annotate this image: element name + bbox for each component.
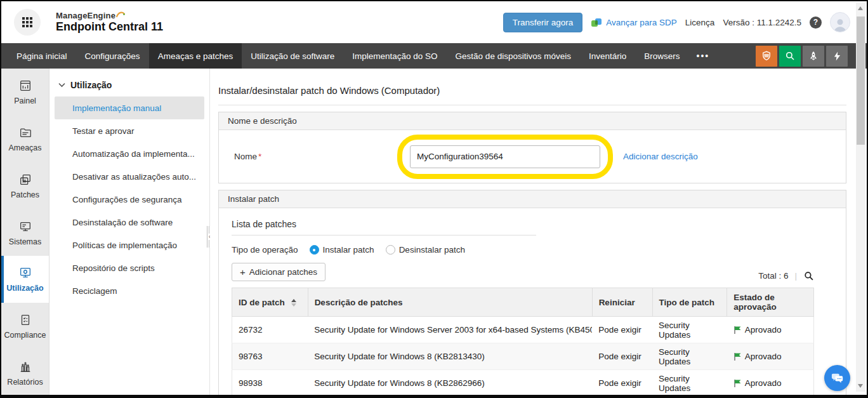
sidebar-item-relatorios[interactable]: Relatórios [1, 350, 49, 397]
operation-type-row: Tipo de operação Instalar patch Desinsta… [232, 245, 833, 255]
nav-tab-gestao-de-dispositivos-moveis[interactable]: Gestão de dispositivos móveis [447, 43, 580, 69]
configuration-name-input[interactable] [410, 145, 600, 168]
person-icon [832, 17, 848, 32]
security-shield-button[interactable] [756, 46, 777, 67]
submenu-item-automatizacao[interactable]: Automatização da implementa... [55, 142, 204, 165]
nav-tab-configuracoes[interactable]: Configurações [76, 43, 149, 69]
compliance-checklist-icon [18, 313, 32, 327]
approved-flag-icon [733, 326, 742, 335]
scrollbar-up-arrow[interactable] [858, 6, 863, 10]
cell-patch-type: Security Updates [652, 317, 727, 343]
header-actions: Transferir agora Avançar para SDP Licenç… [503, 12, 850, 32]
sidebar-item-painel[interactable]: Painel [1, 69, 49, 116]
brand-logo[interactable]: ManageEngine Endpoint Central 11 [56, 11, 163, 34]
license-link[interactable]: Licença [685, 18, 715, 27]
product-name: Endpoint Central 11 [56, 20, 163, 34]
submenu-header[interactable]: Utilização [49, 80, 209, 96]
submenu-item-desativar-atualizacoes[interactable]: Desativar as atualizações auto... [55, 165, 204, 188]
search-icon [784, 50, 796, 62]
nav-tab-ameacas-e-patches[interactable]: Ameaças e patches [149, 43, 242, 69]
table-search-icon[interactable] [803, 270, 814, 281]
global-search-button[interactable] [779, 46, 801, 67]
grid-icon [22, 17, 33, 28]
operation-type-label: Tipo de operação [232, 245, 298, 255]
total-count-label: Total : 6 [758, 271, 788, 281]
table-total-row: Total : 6 | [758, 270, 814, 281]
col-header-reboot[interactable]: Reiniciar [592, 288, 652, 317]
patch-list-tab[interactable]: Lista de patches [232, 219, 296, 235]
sdp-logo-icon [591, 17, 602, 28]
patch-list-tab-row: Lista de patches [232, 218, 536, 235]
submenu-item-configuracoes-seguranca[interactable]: Configurações de segurança [55, 188, 204, 211]
cell-reboot: Pode exigir [592, 370, 652, 397]
table-row[interactable]: 26732 Security Update for Windows Server… [232, 317, 814, 343]
whats-new-button[interactable] [803, 46, 824, 67]
submenu-item-politicas-implementacao[interactable]: Políticas de implementação [55, 234, 204, 256]
add-patches-row: + Adicionar patches Total : 6 | [232, 263, 814, 281]
scrollbar-thumb[interactable] [857, 17, 865, 145]
title-divider [218, 105, 846, 105]
reports-bars-icon [18, 360, 32, 374]
threats-folder-icon [18, 126, 32, 140]
app-launcher-button[interactable] [14, 9, 41, 36]
user-avatar[interactable] [830, 12, 850, 32]
name-description-panel: Nome e descrição Nome* Adicionar descriç… [218, 112, 846, 183]
nav-action-icons [756, 43, 867, 69]
cell-approval-status: Aprovado [727, 343, 814, 370]
page-scrollbar[interactable] [856, 3, 865, 392]
col-header-approval-status[interactable]: Estado de aprovação [727, 288, 814, 317]
install-patch-panel-header: Instalar patch [219, 190, 846, 208]
radio-uninstall-patch[interactable]: Desinstalar patch [386, 245, 465, 255]
table-row[interactable]: 98763 Security Update for Windows 8 (KB2… [232, 343, 814, 370]
submenu-item-implementacao-manual[interactable]: Implementação manual [55, 96, 204, 119]
chat-bubbles-icon [831, 372, 845, 385]
required-asterisk: * [258, 152, 261, 161]
go-to-sdp-link[interactable]: Avançar para SDP [606, 18, 677, 27]
chevron-down-icon [58, 83, 65, 88]
nav-more-button[interactable]: ••• [689, 43, 718, 69]
col-header-patch-type[interactable]: Tipo de patch [652, 288, 727, 317]
cell-patch-id: 98763 [232, 343, 308, 370]
cell-patch-id: 26732 [232, 317, 308, 343]
transfer-now-button[interactable]: Transferir agora [503, 13, 583, 32]
cell-patch-type: Security Updates [652, 370, 727, 397]
approved-flag-icon [733, 352, 742, 361]
sort-icon[interactable] [291, 299, 296, 307]
radio-selected-icon [310, 245, 319, 255]
plus-icon: + [240, 267, 246, 277]
nav-tab-utilizacao-de-software[interactable]: Utilização de software [242, 43, 343, 69]
live-chat-button[interactable] [824, 365, 850, 391]
scrollbar-down-arrow[interactable] [858, 384, 863, 388]
page-title: Instalar/desinstalar patch do Windows (C… [218, 69, 867, 105]
quick-actions-button[interactable] [826, 46, 848, 67]
col-header-description[interactable]: Descrição de patches [308, 288, 592, 317]
cell-reboot: Pode exigir [592, 317, 652, 343]
nav-tab-pagina-inicial[interactable]: Página inicial [8, 43, 76, 69]
add-patches-button[interactable]: + Adicionar patches [232, 263, 326, 281]
nav-tab-implementacao-do-so[interactable]: Implementação do SO [343, 43, 446, 69]
help-icon[interactable]: ? [810, 17, 822, 29]
lightning-icon [832, 51, 843, 62]
submenu-item-desinstalacao-software[interactable]: Desinstalação de software [55, 211, 204, 234]
cell-approval-status: Aprovado [727, 317, 814, 343]
sidebar-item-utilizacao[interactable]: Utilização [1, 256, 49, 303]
submenu-item-repositorio-scripts[interactable]: Repositório de scripts [55, 256, 204, 279]
add-description-link[interactable]: Adicionar descrição [623, 152, 698, 161]
annotation-highlight-ring [397, 135, 613, 179]
cell-reboot: Pode exigir [592, 343, 652, 370]
brand-name: ManageEngine [56, 11, 115, 20]
col-header-patch-id[interactable]: ID de patch [232, 288, 308, 317]
nav-tab-inventario[interactable]: Inventário [580, 43, 635, 69]
submenu-item-reciclagem[interactable]: Reciclagem [55, 279, 204, 302]
sidebar-item-compliance[interactable]: Compliance [1, 303, 49, 350]
radio-install-patch[interactable]: Instalar patch [310, 245, 374, 255]
rocket-icon [808, 50, 819, 62]
table-row[interactable]: 98938 Security Update for Windows 8 (KB2… [232, 370, 814, 397]
sidebar-item-patches[interactable]: Patches [1, 163, 49, 209]
submenu-item-testar-e-aprovar[interactable]: Testar e aprovar [55, 119, 204, 142]
nav-tab-browsers[interactable]: Browsers [635, 43, 688, 69]
deployment-gear-monitor-icon [18, 266, 32, 280]
sidebar-item-sistemas[interactable]: Sistemas [1, 209, 49, 256]
sidebar-item-ameacas[interactable]: Ameaças [1, 116, 49, 163]
brand-swoosh-icon [116, 11, 125, 18]
